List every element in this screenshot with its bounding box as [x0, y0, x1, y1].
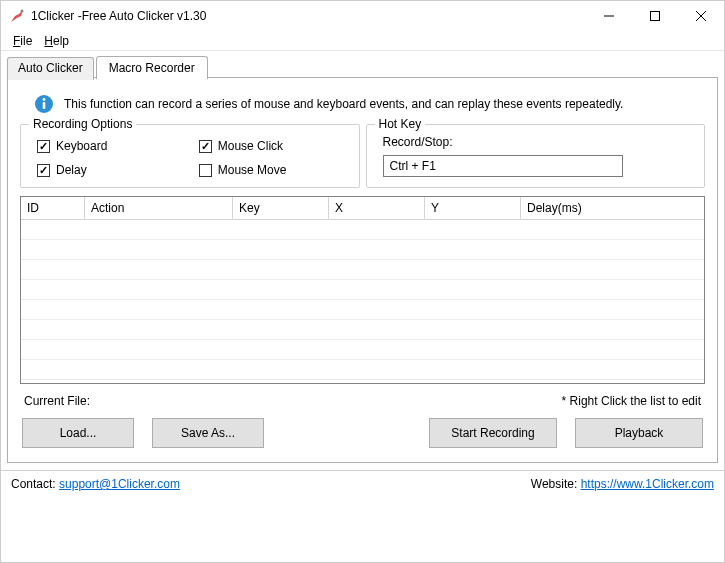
- edit-hint: * Right Click the list to edit: [562, 394, 701, 408]
- checkbox-mouse-move[interactable]: Mouse Move: [199, 163, 343, 177]
- hotkey-input[interactable]: [383, 155, 623, 177]
- table-row: [21, 280, 704, 300]
- table-row: [21, 220, 704, 240]
- below-table-row: Current File: * Right Click the list to …: [20, 384, 705, 412]
- content-area: Auto Clicker Macro Recorder This functio…: [1, 51, 724, 470]
- checkbox-icon: [37, 140, 50, 153]
- recording-options-legend: Recording Options: [29, 117, 136, 131]
- table-header: ID Action Key X Y Delay(ms): [21, 197, 704, 220]
- col-x[interactable]: X: [329, 197, 425, 220]
- checkbox-keyboard[interactable]: Keyboard: [37, 139, 181, 153]
- hotkey-legend: Hot Key: [375, 117, 426, 131]
- col-delay[interactable]: Delay(ms): [521, 197, 704, 220]
- menu-file[interactable]: File: [7, 34, 38, 48]
- titlebar: 1Clicker -Free Auto Clicker v1.30: [1, 1, 724, 31]
- button-row: Load... Save As... Start Recording Playb…: [20, 412, 705, 450]
- checkbox-mouse-click[interactable]: Mouse Click: [199, 139, 343, 153]
- app-icon: [9, 8, 25, 24]
- minimize-button[interactable]: [586, 1, 632, 31]
- table-row: [21, 240, 704, 260]
- maximize-button[interactable]: [632, 1, 678, 31]
- table-body[interactable]: [21, 220, 704, 383]
- website-block: Website: https://www.1Clicker.com: [531, 477, 714, 491]
- website-link[interactable]: https://www.1Clicker.com: [581, 477, 714, 491]
- tab-macro-recorder[interactable]: Macro Recorder: [96, 56, 208, 79]
- hotkey-label: Record/Stop:: [383, 135, 689, 149]
- hotkey-group: Hot Key Record/Stop:: [366, 124, 706, 188]
- checkbox-label: Mouse Move: [218, 163, 287, 177]
- start-recording-button[interactable]: Start Recording: [429, 418, 557, 448]
- menu-help[interactable]: Help: [38, 34, 75, 48]
- table-row: [21, 340, 704, 360]
- footer: Contact: support@1Clicker.com Website: h…: [1, 470, 724, 497]
- svg-rect-2: [651, 12, 660, 21]
- table-row: [21, 320, 704, 340]
- svg-rect-7: [43, 102, 46, 109]
- col-y[interactable]: Y: [425, 197, 521, 220]
- col-action[interactable]: Action: [85, 197, 233, 220]
- checkbox-icon: [37, 164, 50, 177]
- checkbox-label: Keyboard: [56, 139, 107, 153]
- checkbox-icon: [199, 164, 212, 177]
- info-banner: This function can record a series of mou…: [34, 94, 701, 114]
- save-as-button[interactable]: Save As...: [152, 418, 264, 448]
- info-icon: [34, 94, 54, 114]
- events-table[interactable]: ID Action Key X Y Delay(ms): [20, 196, 705, 384]
- svg-point-6: [43, 98, 46, 101]
- checkbox-label: Mouse Click: [218, 139, 283, 153]
- current-file-label: Current File:: [24, 394, 90, 408]
- info-text: This function can record a series of mou…: [64, 97, 623, 111]
- col-id[interactable]: ID: [21, 197, 85, 220]
- tab-strip: Auto Clicker Macro Recorder: [7, 55, 718, 78]
- recording-options-group: Recording Options Keyboard Mouse Click D…: [20, 124, 360, 188]
- contact-label: Contact:: [11, 477, 56, 491]
- contact-link[interactable]: support@1Clicker.com: [59, 477, 180, 491]
- checkbox-icon: [199, 140, 212, 153]
- tab-panel-macro-recorder: This function can record a series of mou…: [7, 77, 718, 463]
- load-button[interactable]: Load...: [22, 418, 134, 448]
- table-row: [21, 360, 704, 380]
- checkbox-delay[interactable]: Delay: [37, 163, 181, 177]
- table-row: [21, 260, 704, 280]
- window-controls: [586, 1, 724, 31]
- window-title: 1Clicker -Free Auto Clicker v1.30: [31, 9, 586, 23]
- svg-point-0: [21, 10, 24, 13]
- tab-auto-clicker[interactable]: Auto Clicker: [7, 57, 94, 80]
- menubar: File Help: [1, 31, 724, 51]
- contact-block: Contact: support@1Clicker.com: [11, 477, 180, 491]
- table-row: [21, 300, 704, 320]
- website-label: Website:: [531, 477, 577, 491]
- options-row: Recording Options Keyboard Mouse Click D…: [20, 124, 705, 188]
- close-button[interactable]: [678, 1, 724, 31]
- col-key[interactable]: Key: [233, 197, 329, 220]
- checkbox-label: Delay: [56, 163, 87, 177]
- playback-button[interactable]: Playback: [575, 418, 703, 448]
